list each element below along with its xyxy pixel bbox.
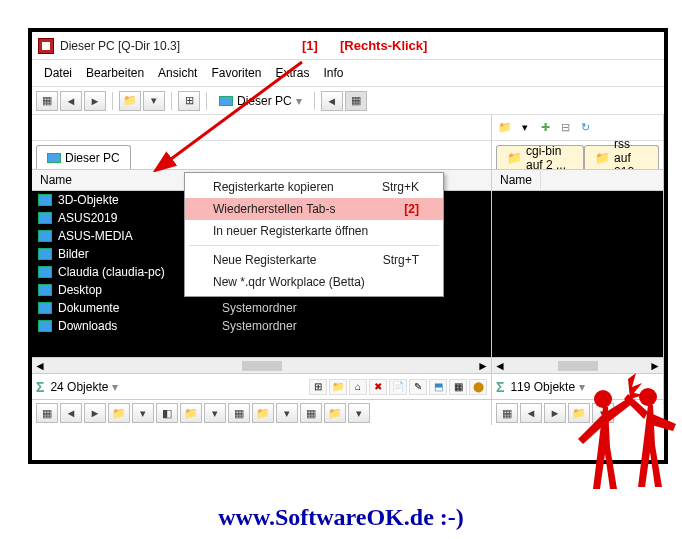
context-menu-item[interactable]: Neue RegisterkarteStrg+T (185, 249, 443, 271)
list-item[interactable]: DokumenteSystemordner (32, 299, 491, 317)
scroll-left-icon[interactable]: ◄ (34, 359, 46, 373)
menu-item-label: Registerkarte kopieren (213, 180, 334, 194)
menu-extras[interactable]: Extras (269, 64, 315, 82)
address-bar[interactable]: Dieser PC ▾ (213, 94, 308, 108)
item-type: Systemordner (222, 319, 297, 333)
item-icon (38, 284, 52, 296)
left-status-text: 24 Objekte (50, 380, 108, 394)
menu-item-shortcut: Strg+K (382, 180, 419, 194)
context-menu-item[interactable]: New *.qdr Workplace (Betta) (185, 271, 443, 293)
status-icon[interactable]: ▦ (449, 379, 467, 395)
sigma-icon: Σ (496, 379, 504, 395)
left-scrollbar-h[interactable]: ◄ ► (32, 357, 491, 373)
tab-dieser-pc[interactable]: Dieser PC (36, 145, 131, 169)
menu-item-shortcut: Strg+T (383, 253, 419, 267)
item-icon (38, 230, 52, 242)
item-name: ASUS2019 (58, 211, 117, 225)
chevron-down-icon[interactable]: ▾ (516, 120, 534, 136)
item-icon (38, 248, 52, 260)
view-icon-button[interactable]: ◧ (156, 403, 178, 423)
view-dropdown[interactable]: ▾ (132, 403, 154, 423)
status-icon[interactable]: ⊞ (309, 379, 327, 395)
item-icon (38, 302, 52, 314)
folder-button[interactable]: 📁 (324, 403, 346, 423)
view-icon-button[interactable]: ▦ (36, 403, 58, 423)
refresh-icon[interactable]: ↻ (576, 120, 594, 136)
left-status-icons: ⊞ 📁 ⌂ ✖ 📄 ✎ ⬒ ▦ ⬤ (309, 379, 487, 395)
item-name: Desktop (58, 283, 102, 297)
tab-rss[interactable]: 📁 rss auf 212 (584, 145, 659, 169)
view-dropdown[interactable]: ▾ (143, 91, 165, 111)
item-name: Dokumente (58, 301, 119, 315)
left-bottom-toolbar: ▦ ◄ ► 📁 ▾ ◧ 📁 ▾ ▦ 📁 ▾ ▦ 📁 ▾ (32, 399, 491, 425)
view-dropdown[interactable]: ▾ (204, 403, 226, 423)
scroll-right-icon[interactable]: ► (477, 359, 489, 373)
context-menu-item[interactable]: Registerkarte kopierenStrg+K (185, 176, 443, 198)
status-icon[interactable]: 📄 (389, 379, 407, 395)
back-button[interactable]: ◄ (60, 91, 82, 111)
item-name: Claudia (claudia-pc) (58, 265, 165, 279)
status-icon[interactable]: 📁 (329, 379, 347, 395)
context-menu-item[interactable]: In neuer Registerkarte öffnen (185, 220, 443, 242)
layout-split-button[interactable]: ⊞ (178, 91, 200, 111)
separator (112, 92, 113, 110)
item-icon (38, 212, 52, 224)
item-icon (38, 266, 52, 278)
back2-button[interactable]: ◄ (321, 91, 343, 111)
forward-button[interactable]: ► (84, 91, 106, 111)
menu-ansicht[interactable]: Ansicht (152, 64, 203, 82)
left-pane-toolbar (32, 115, 491, 141)
scroll-thumb[interactable] (242, 361, 282, 371)
folder-icon[interactable]: 📁 (496, 120, 514, 136)
layout2-button[interactable]: ▦ (345, 91, 367, 111)
tab-label: Dieser PC (65, 151, 120, 165)
status-icon[interactable]: ⬤ (469, 379, 487, 395)
menu-info[interactable]: Info (317, 64, 349, 82)
menu-item-label: In neuer Registerkarte öffnen (213, 224, 368, 238)
view-dropdown[interactable]: ▾ (276, 403, 298, 423)
menu-item-label: Wiederherstellen Tab-s (213, 202, 336, 216)
status-icon[interactable]: ⬒ (429, 379, 447, 395)
status-icon[interactable]: ✎ (409, 379, 427, 395)
drive-icon[interactable]: ⊟ (556, 120, 574, 136)
menu-item-label: Neue Registerkarte (213, 253, 316, 267)
context-menu-item[interactable]: Wiederherstellen Tab-s[2] (185, 198, 443, 220)
tab-cgi-bin[interactable]: 📁 cgi-bin auf 2 ... (496, 145, 584, 169)
folder-icon: 📁 (595, 151, 610, 165)
back-button[interactable]: ◄ (60, 403, 82, 423)
view-icon-button[interactable]: ▦ (300, 403, 322, 423)
chevron-down-icon[interactable]: ▾ (112, 380, 118, 394)
monitor-icon (47, 153, 61, 163)
right-list-body[interactable] (492, 191, 663, 357)
menu-divider (189, 245, 439, 246)
item-name: Downloads (58, 319, 117, 333)
folder-button[interactable]: 📁 (180, 403, 202, 423)
forward-button[interactable]: ► (84, 403, 106, 423)
column-name[interactable]: Name (492, 171, 541, 189)
main-toolbar: ▦ ◄ ► 📁 ▾ ⊞ Dieser PC ▾ ◄ ▦ (32, 87, 664, 115)
list-item[interactable]: DownloadsSystemordner (32, 317, 491, 335)
back-button[interactable]: ◄ (520, 403, 542, 423)
view-dropdown[interactable]: ▾ (348, 403, 370, 423)
status-icon[interactable]: ✖ (369, 379, 387, 395)
tool-icon[interactable]: ✚ (536, 120, 554, 136)
dancers-decoration (558, 369, 682, 499)
footer-url: www.SoftwareOK.de :-) (0, 504, 682, 531)
item-name: 3D-Objekte (58, 193, 119, 207)
folder-button[interactable]: 📁 (108, 403, 130, 423)
menu-favoriten[interactable]: Favoriten (205, 64, 267, 82)
view-icon-button[interactable]: ▦ (228, 403, 250, 423)
folder-button[interactable]: 📁 (252, 403, 274, 423)
chevron-down-icon: ▾ (296, 94, 302, 108)
item-name: Bilder (58, 247, 89, 261)
status-icon[interactable]: ⌂ (349, 379, 367, 395)
svg-point-1 (594, 390, 612, 408)
left-tabs: Dieser PC (32, 141, 491, 169)
menu-bearbeiten[interactable]: Bearbeiten (80, 64, 150, 82)
scroll-left-icon[interactable]: ◄ (494, 359, 506, 373)
view-icon-button[interactable]: ▦ (496, 403, 518, 423)
menu-datei[interactable]: Datei (38, 64, 78, 82)
folder-button[interactable]: 📁 (119, 91, 141, 111)
layout-button[interactable]: ▦ (36, 91, 58, 111)
annotation-2: [2] (404, 202, 419, 216)
